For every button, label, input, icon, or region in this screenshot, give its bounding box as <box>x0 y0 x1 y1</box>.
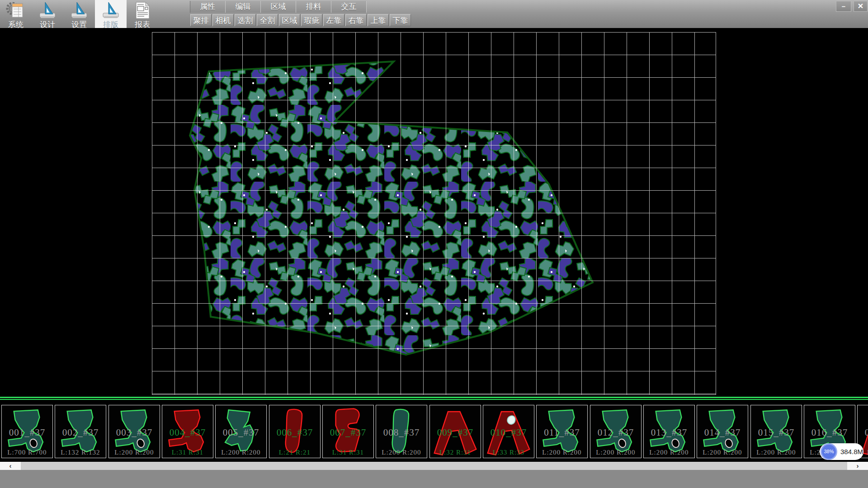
tool-defect[interactable]: 瑕疵 <box>301 14 322 26</box>
piece-lr-count: L:200 R:200 <box>697 449 748 456</box>
scroll-left-button[interactable]: ‹ <box>0 462 21 470</box>
menu-bar: 属性 编辑 区域 排料 交互 <box>190 1 367 13</box>
tool-select-cut[interactable]: 选割 <box>235 14 256 26</box>
tool-align-left[interactable]: 左靠 <box>323 14 344 26</box>
piece-id: 012_#37 <box>590 427 641 438</box>
tool-align-right[interactable]: 右靠 <box>345 14 367 26</box>
progress-circle: 38% <box>821 443 837 460</box>
piece-lr-count: L:32 R:31 <box>430 449 481 456</box>
tool-cut-all[interactable]: 全割 <box>257 14 278 26</box>
piece-thumbnail-002[interactable]: 002_#37 L:132 R:132 <box>55 405 106 458</box>
piece-thumbnail-007[interactable]: 007_#37 L:31 R:31 <box>322 405 374 458</box>
report-doc-icon <box>132 1 152 20</box>
strip-top-border <box>0 397 868 398</box>
triangle-ruler-icon <box>101 1 121 20</box>
piece-lr-count: L:200 R:200 <box>537 449 587 456</box>
piece-id: 016_#37 <box>804 427 855 438</box>
memory-value: 384.8M <box>840 443 863 460</box>
tool-align-bottom[interactable]: 下靠 <box>390 14 411 26</box>
mode-button-nesting-active[interactable]: 排版 <box>95 0 127 28</box>
piece-id: 006_#37 <box>269 427 320 438</box>
piece-lr-count: L:200 R:200 <box>590 449 641 456</box>
piece-id: 014_#37 <box>697 427 748 438</box>
piece-thumbnail-012[interactable]: 012_#37 L:200 R:200 <box>590 405 642 458</box>
piece-id: 017_#37 <box>858 427 868 438</box>
piece-thumbnail-strip: 001_#37 L:700 R:700 002_#37 L:132 R:132 … <box>0 397 868 462</box>
strip-top-border2 <box>0 399 868 400</box>
piece-id: 003_#37 <box>109 427 160 438</box>
piece-id: 005_#37 <box>216 427 266 438</box>
minimize-button[interactable]: – <box>836 1 851 12</box>
mode-button-settings[interactable]: 设置 <box>63 0 95 28</box>
piece-lr-count: L:132 R:132 <box>55 449 106 456</box>
piece-thumbnail-008[interactable]: 008_#37 L:200 R:200 <box>376 405 427 458</box>
piece-lr-count: L:200 R:200 <box>644 449 694 456</box>
piece-id: 007_#37 <box>323 427 373 438</box>
piece-thumbnail-005[interactable]: 005_#37 L:200 R:200 <box>215 405 267 458</box>
leather-hide-shape[interactable] <box>190 61 593 355</box>
app-mode-bar: 系统 设计 <box>0 0 158 28</box>
piece-id: 010_#37 <box>483 427 534 438</box>
piece-thumbnail-006[interactable]: 006_#37 L:21 R:21 <box>269 405 321 458</box>
tool-cluster-nest[interactable]: 聚排 <box>190 14 212 26</box>
piece-id: 001_#37 <box>2 427 52 438</box>
menu-properties[interactable]: 属性 <box>190 1 226 13</box>
mode-button-report[interactable]: 报表 <box>127 0 158 28</box>
piece-thumbnail-009[interactable]: 009_#37 L:32 R:31 <box>429 405 481 458</box>
menu-region[interactable]: 区域 <box>261 1 296 13</box>
piece-id: 004_#37 <box>162 427 213 438</box>
horizontal-scrollbar[interactable]: ‹ › <box>0 462 868 470</box>
mode-button-system[interactable]: 系统 <box>0 0 32 28</box>
tool-align-top[interactable]: 上靠 <box>368 14 389 26</box>
nesting-canvas[interactable] <box>0 28 868 397</box>
tool-region[interactable]: 区域 <box>279 14 300 26</box>
piece-lr-count: L:700 R:700 <box>2 449 52 456</box>
piece-id: 011_#37 <box>537 427 587 438</box>
piece-lr-count: L:21 R:21 <box>269 449 320 456</box>
piece-lr-count: L:200 R:200 <box>216 449 266 456</box>
piece-thumbnail-015[interactable]: 015_#37 L:200 R:200 <box>750 405 802 458</box>
tool-bar: 聚排 相机 选割 全割 区域 瑕疵 左靠 右靠 上靠 下靠 <box>190 14 411 26</box>
hide-nesting-svg <box>0 28 868 397</box>
piece-id: 009_#37 <box>430 427 481 438</box>
system-gear-doc-icon <box>6 1 26 20</box>
piece-thumbnail-010[interactable]: 010_#37 L:33 R:33 <box>483 405 534 458</box>
scroll-right-button[interactable]: › <box>847 462 868 470</box>
piece-lr-count: L:200 R:200 <box>751 449 802 456</box>
piece-lr-count: L:200 R:200 <box>376 449 427 456</box>
piece-thumbnail-001[interactable]: 001_#37 L:700 R:700 <box>1 405 53 458</box>
piece-thumbnail-004[interactable]: 004_#37 L:31 R:31 <box>162 405 213 458</box>
piece-thumbnail-011[interactable]: 011_#37 L:200 R:200 <box>536 405 588 458</box>
piece-lr-count: L:33 R:33 <box>483 449 534 456</box>
triangle-ruler-icon <box>69 1 89 20</box>
menu-interact[interactable]: 交互 <box>331 1 367 13</box>
triangle-ruler-icon <box>38 1 57 20</box>
piece-id: 013_#37 <box>644 427 694 438</box>
piece-thumbnail-014[interactable]: 014_#37 L:200 R:200 <box>697 405 748 458</box>
piece-lr-count: L:200 R:200 <box>109 449 160 456</box>
piece-lr-count: L:31 R:31 <box>162 449 213 456</box>
close-button[interactable]: ✕ <box>854 1 868 12</box>
tool-camera[interactable]: 相机 <box>212 14 234 26</box>
piece-thumbnail-003[interactable]: 003_#37 L:200 R:200 <box>108 405 160 458</box>
piece-id: 002_#37 <box>55 427 106 438</box>
app-window: 系统 设计 <box>0 0 868 488</box>
top-toolbar: 系统 设计 <box>0 0 868 28</box>
piece-id: 008_#37 <box>376 427 427 438</box>
mode-button-design[interactable]: 设计 <box>32 0 63 28</box>
window-bottom-bar <box>0 470 868 488</box>
menu-edit[interactable]: 编辑 <box>226 1 261 13</box>
piece-id: 015_#37 <box>751 427 802 438</box>
piece-thumbnail-013[interactable]: 013_#37 L:200 R:200 <box>643 405 695 458</box>
memory-status-badge: 38% 384.8M <box>820 443 863 460</box>
menu-nesting[interactable]: 排料 <box>296 1 331 13</box>
piece-lr-count: L:31 R:31 <box>323 449 373 456</box>
